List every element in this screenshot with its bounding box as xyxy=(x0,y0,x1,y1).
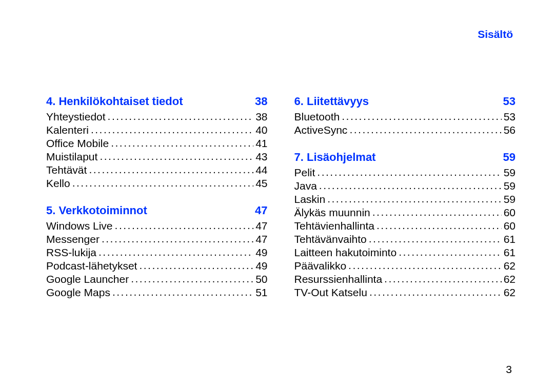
toc-entry-label: Bluetooth xyxy=(294,111,340,122)
toc-leader-dots xyxy=(102,233,253,244)
toc-section[interactable]: 5. Verkkotoiminnot47 xyxy=(46,204,268,217)
toc-entry-label: Messenger xyxy=(46,234,100,244)
toc-leader-dots xyxy=(317,167,501,177)
toc-section-page: 59 xyxy=(503,151,516,164)
toc-leader-dots xyxy=(91,124,253,135)
toc-entry-page: 62 xyxy=(504,287,516,298)
toc-entry[interactable]: Kello45 xyxy=(46,178,268,189)
toc-leader-dots xyxy=(349,124,501,135)
toc-leader-dots xyxy=(399,246,502,257)
toc-entry[interactable]: Google Launcher50 xyxy=(46,274,268,284)
toc-entry-page: 49 xyxy=(255,260,267,271)
toc-page: Sisältö 4. Henkilökohtaiset tiedot38Yhte… xyxy=(0,0,554,392)
toc-entry-page: 62 xyxy=(504,260,516,271)
toc-entry-label: Tehtävät xyxy=(46,164,87,175)
toc-entry-page: 62 xyxy=(504,274,516,284)
toc-leader-dots xyxy=(348,260,502,271)
toc-entry-label: Yhteystiedot xyxy=(46,111,106,122)
toc-leader-dots xyxy=(369,286,502,297)
toc-entry[interactable]: RSS-lukija49 xyxy=(46,247,268,258)
toc-section-page: 47 xyxy=(255,204,267,217)
toc-entry[interactable]: Laitteen hakutoiminto61 xyxy=(294,247,516,258)
toc-entry-label: Google Launcher xyxy=(46,274,129,284)
toc-entry[interactable]: Google Maps51 xyxy=(46,287,268,298)
toc-entry[interactable]: Office Mobile41 xyxy=(46,138,268,149)
toc-leader-dots xyxy=(384,273,502,284)
toc-entry[interactable]: Laskin59 xyxy=(294,194,516,204)
toc-section-label: 7. Lisäohjelmat xyxy=(294,151,376,164)
toc-entry[interactable]: Resurssienhallinta62 xyxy=(294,274,516,284)
toc-entry-label: Laskin xyxy=(294,194,326,204)
toc-entry[interactable]: Kalenteri40 xyxy=(46,125,268,135)
toc-leader-dots xyxy=(139,260,253,271)
toc-entry-page: 53 xyxy=(504,111,516,122)
toc-entry[interactable]: Älykäs muunnin60 xyxy=(294,207,516,218)
toc-entry-label: TV-Out Katselu xyxy=(294,287,367,298)
toc-entry-label: Tehtävänvaihto xyxy=(294,234,367,244)
toc-entry[interactable]: Muistilaput43 xyxy=(46,151,268,162)
toc-entry-page: 47 xyxy=(255,220,267,231)
toc-section-label: 6. Liitettävyys xyxy=(294,95,369,108)
toc-entry-page: 41 xyxy=(255,138,267,149)
toc-leader-dots xyxy=(112,286,253,297)
toc-entry-page: 43 xyxy=(255,151,267,162)
toc-entry[interactable]: Bluetooth53 xyxy=(294,111,516,122)
toc-entry[interactable]: Yhteystiedot38 xyxy=(46,111,268,122)
toc-leader-dots xyxy=(131,273,253,284)
toc-entry[interactable]: Päävalikko62 xyxy=(294,260,516,271)
toc-leader-dots xyxy=(377,220,502,231)
toc-section[interactable]: 7. Lisäohjelmat59 xyxy=(294,151,516,164)
toc-entry-page: 51 xyxy=(255,287,267,298)
toc-entry-label: Java xyxy=(294,180,317,191)
toc-entry-label: Päävalikko xyxy=(294,260,347,271)
toc-entry-page: 59 xyxy=(504,167,516,178)
toc-entry-label: Office Mobile xyxy=(46,138,109,149)
toc-entry-page: 47 xyxy=(255,234,267,244)
toc-column-right: 6. Liitettävyys53Bluetooth53ActiveSync56… xyxy=(294,94,516,300)
toc-entry-page: 59 xyxy=(504,180,516,191)
toc-entry-label: ActiveSync xyxy=(294,125,348,135)
toc-leader-dots xyxy=(72,177,253,188)
toc-entry-page: 44 xyxy=(255,164,267,175)
toc-entry[interactable]: Java59 xyxy=(294,180,516,191)
toc-entry-page: 61 xyxy=(504,234,516,244)
toc-entry[interactable]: Tehtävät44 xyxy=(46,164,268,175)
toc-entry-page: 38 xyxy=(255,111,267,122)
toc-entry[interactable]: Pelit59 xyxy=(294,167,516,178)
toc-entry[interactable]: Tehtävänvaihto61 xyxy=(294,234,516,244)
toc-column-left: 4. Henkilökohtaiset tiedot38Yhteystiedot… xyxy=(46,94,268,300)
toc-section-page: 53 xyxy=(503,95,516,108)
toc-entry-page: 60 xyxy=(504,220,516,231)
toc-entry[interactable]: Messenger47 xyxy=(46,234,268,244)
toc-entry-label: Kalenteri xyxy=(46,125,89,135)
toc-section-label: 5. Verkkotoiminnot xyxy=(46,204,147,217)
toc-entry-label: Tehtävienhallinta xyxy=(294,220,374,231)
toc-leader-dots xyxy=(372,207,502,217)
toc-section[interactable]: 6. Liitettävyys53 xyxy=(294,95,516,108)
toc-section-label: 4. Henkilökohtaiset tiedot xyxy=(46,95,183,108)
toc-entry[interactable]: Podcast-lähetykset49 xyxy=(46,260,268,271)
toc-entry[interactable]: TV-Out Katselu62 xyxy=(294,287,516,298)
toc-entry[interactable]: ActiveSync56 xyxy=(294,125,516,135)
toc-leader-dots xyxy=(89,164,253,175)
toc-entry-label: Kello xyxy=(46,178,70,189)
toc-entry[interactable]: Tehtävienhallinta60 xyxy=(294,220,516,231)
toc-leader-dots xyxy=(342,111,501,121)
toc-entry-label: RSS-lukija xyxy=(46,247,96,258)
toc-entry[interactable]: Windows Live47 xyxy=(46,220,268,231)
toc-entry-label: Google Maps xyxy=(46,287,110,298)
toc-entry-page: 49 xyxy=(255,247,267,258)
toc-leader-dots xyxy=(369,233,502,244)
toc-leader-dots xyxy=(327,193,501,204)
toc-entry-page: 59 xyxy=(504,194,516,204)
toc-section-page: 38 xyxy=(255,95,267,108)
toc-entry-label: Muistilaput xyxy=(46,151,97,162)
page-number: 3 xyxy=(506,363,512,376)
toc-entry-label: Podcast-lähetykset xyxy=(46,260,137,271)
toc-entry-label: Windows Live xyxy=(46,220,113,231)
toc-entry-page: 61 xyxy=(504,247,516,258)
toc-entry-label: Laitteen hakutoiminto xyxy=(294,247,397,258)
toc-entry-page: 50 xyxy=(255,274,267,284)
toc-leader-dots xyxy=(319,180,502,191)
toc-section[interactable]: 4. Henkilökohtaiset tiedot38 xyxy=(46,95,268,108)
